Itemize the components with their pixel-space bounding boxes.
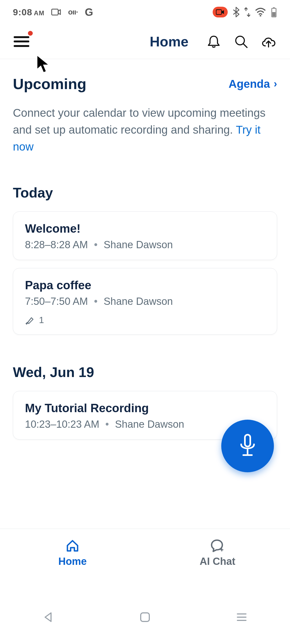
record-fab-button[interactable] — [221, 420, 274, 472]
tab-home[interactable]: Home — [0, 529, 145, 577]
upload-button[interactable] — [259, 32, 278, 51]
recording-card[interactable]: Papa coffee 7:50–7:50 AM • Shane Dawson … — [13, 268, 277, 335]
recording-time: 8:28–8:28 AM — [25, 239, 88, 250]
tab-ai-chat-label: AI Chat — [200, 556, 235, 567]
triangle-back-icon — [42, 611, 54, 623]
svg-rect-4 — [273, 7, 275, 8]
recording-title: Papa coffee — [25, 279, 265, 292]
data-sync-icon — [244, 7, 250, 17]
nav-recent-button[interactable] — [234, 609, 250, 625]
notification-dot-icon — [28, 31, 33, 36]
microphone-icon — [237, 433, 258, 459]
battery-icon — [271, 7, 277, 17]
agenda-label: Agenda — [229, 78, 270, 90]
nav-back-button[interactable] — [40, 609, 56, 625]
meta-separator: • — [94, 296, 97, 307]
svg-rect-11 — [141, 613, 149, 621]
recording-meta: 7:50–7:50 AM • Shane Dawson — [25, 296, 265, 307]
hamburger-icon — [14, 36, 29, 47]
recording-time: 10:23–10:23 AM — [25, 419, 99, 430]
bluetooth-icon — [233, 7, 240, 17]
google-g-icon: G — [85, 6, 93, 18]
search-icon — [234, 34, 249, 49]
nav-home-button[interactable] — [137, 609, 153, 625]
calendar-connect-prompt: Connect your calendar to view upcoming m… — [13, 104, 271, 155]
chat-sparkle-icon — [210, 539, 225, 553]
recording-owner: Shane Dawson — [115, 419, 184, 430]
bell-icon — [206, 34, 221, 49]
calendar-prompt-text: Connect your calendar to view upcoming m… — [13, 107, 266, 136]
camera-icon — [51, 8, 61, 16]
cloud-upload-icon — [260, 34, 277, 49]
menu-button[interactable] — [12, 32, 31, 51]
highlight-count: 1 — [39, 315, 44, 325]
notifications-button[interactable] — [204, 32, 223, 51]
recording-title: Welcome! — [25, 222, 265, 235]
upcoming-heading: Upcoming — [13, 75, 86, 93]
recording-time: 7:50–7:50 AM — [25, 296, 88, 307]
svg-rect-1 — [216, 10, 222, 14]
svg-point-2 — [260, 15, 261, 16]
meta-separator: • — [94, 239, 97, 250]
status-time-value: 9:08 — [13, 7, 32, 17]
agenda-link[interactable]: Agenda › — [229, 78, 277, 90]
system-status-bar: 9:08AM oıı· G — [0, 0, 290, 24]
bottom-tab-bar: Home AI Chat — [0, 529, 290, 577]
recording-card[interactable]: Welcome! 8:28–8:28 AM • Shane Dawson — [13, 211, 277, 260]
page-title: Home — [150, 34, 189, 50]
content-area: Upcoming Agenda › Connect your calendar … — [0, 59, 290, 440]
recording-owner: Shane Dawson — [104, 239, 173, 250]
recording-owner: Shane Dawson — [104, 296, 173, 307]
section-heading-today: Today — [13, 185, 277, 201]
lines-recent-icon — [236, 613, 247, 621]
search-button[interactable] — [231, 32, 251, 51]
status-time: 9:08AM — [13, 7, 44, 17]
svg-rect-0 — [52, 9, 58, 15]
section-heading-date: Wed, Jun 19 — [13, 364, 277, 380]
tab-ai-chat[interactable]: AI Chat — [145, 529, 290, 577]
svg-line-7 — [243, 44, 247, 47]
meta-separator: • — [105, 419, 109, 430]
square-home-icon — [140, 612, 150, 623]
recording-meta: 8:28–8:28 AM • Shane Dawson — [25, 239, 265, 251]
highlight-icon — [25, 315, 35, 325]
recording-title: My Tutorial Recording — [25, 401, 265, 415]
status-time-ampm: AM — [34, 9, 44, 17]
app-header: Home — [0, 24, 290, 59]
svg-rect-8 — [245, 435, 250, 447]
home-icon — [65, 539, 80, 553]
wifi-icon — [255, 8, 266, 16]
chevron-right-icon: › — [274, 78, 277, 90]
svg-rect-5 — [272, 12, 276, 16]
tab-home-label: Home — [58, 556, 87, 567]
screen-record-icon — [213, 7, 228, 17]
audio-bars-icon: oıı· — [68, 8, 78, 16]
system-nav-bar — [0, 590, 290, 644]
